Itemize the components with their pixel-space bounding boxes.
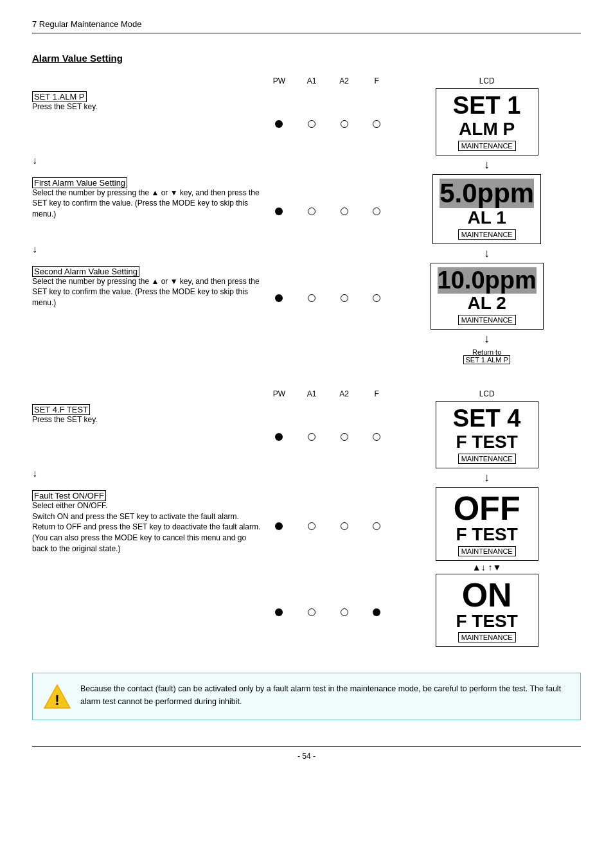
row2-pw: [263, 174, 296, 244]
lcd-maintenance: MAINTENANCE: [458, 315, 516, 325]
lcd-arrow-down: ↓: [393, 330, 581, 348]
dot-empty-icon: [308, 522, 315, 530]
dot-filled-icon: [275, 120, 283, 128]
arrow-desc: ↓: [32, 155, 263, 174]
table-row: Fault Test ON/OFF Select either ON/OFF.S…: [32, 487, 581, 561]
dot-empty-icon: [341, 433, 348, 441]
s2-row3-desc: [32, 574, 263, 648]
warning-triangle-icon: !: [43, 682, 71, 711]
dot-empty-icon: [373, 120, 380, 128]
lcd-line1: OFF: [443, 492, 531, 525]
table-row: SET 4.F TEST Press the SET key. SET 4 F …: [32, 401, 581, 468]
alarm-value-section: Alarm Value Setting PW A1 A2 F LCD SET 1…: [32, 53, 581, 364]
row1-lcd: SET 1 ALM P MAINTENANCE: [393, 88, 581, 155]
svg-text:!: !: [55, 692, 59, 708]
page-footer: - 54 -: [32, 746, 581, 761]
arrow-spacer: [263, 244, 393, 263]
caution-icon: !: [43, 682, 71, 711]
col-header-a1: A1: [296, 389, 328, 401]
table-header-row: PW A1 A2 F LCD: [32, 76, 581, 88]
s2-row3-pw: [263, 574, 296, 648]
col-header-lcd: LCD: [393, 76, 581, 88]
lcd-line1: 10.0ppm: [438, 267, 537, 294]
dot-filled-icon: [275, 522, 283, 530]
return-box: Return to SET 1.ALM P: [393, 348, 581, 364]
dot-empty-icon: [373, 208, 380, 215]
lcd-display: SET 4 F TEST MAINTENANCE: [436, 401, 538, 468]
lcd-line1: ON: [443, 578, 531, 612]
caution-box: ! Because the contact (fault) can be act…: [32, 673, 581, 720]
nav-desc: [32, 561, 263, 574]
page: 7 Regular Maintenance Mode Alarm Value S…: [0, 0, 613, 868]
s2-row2-a2: [328, 487, 360, 561]
lcd-line2: F TEST: [443, 612, 531, 632]
section-title: Alarm Value Setting: [32, 53, 581, 64]
return-label: SET 1.ALM P: [463, 355, 510, 364]
row1-desc: SET 1.ALM P Press the SET key.: [32, 88, 263, 155]
lcd-line2: AL 1: [440, 208, 534, 228]
lcd-arrow-down: ↓: [393, 155, 581, 174]
row3-subtext: Select the number by pressing the ▲ or ▼…: [32, 277, 260, 308]
lcd-display: ON F TEST MAINTENANCE: [436, 574, 538, 648]
down-arrow-icon: ↓: [32, 155, 263, 166]
row1-f: [360, 88, 393, 155]
down-arrow-icon: ↓: [32, 468, 263, 479]
s2-row1-subtext: Press the SET key.: [32, 415, 98, 424]
lcd-display: OFF F TEST MAINTENANCE: [436, 487, 538, 561]
s2-row1-a1: [296, 401, 328, 468]
col-header-desc: [32, 76, 263, 88]
lcd-line1: SET 4: [443, 405, 531, 432]
row3-lcd: 10.0ppm AL 2 MAINTENANCE: [393, 263, 581, 330]
s2-row1-pw: [263, 401, 296, 468]
header-text: 7 Regular Maintenance Mode: [32, 19, 142, 29]
s2-row2-subtext: Select either ON/OFF.Switch ON and press…: [32, 501, 260, 553]
arrow-row: ↓ ↓: [32, 468, 581, 487]
s2-row2-pw: [263, 487, 296, 561]
nav-spacer: [263, 561, 393, 574]
lcd-maintenance: MAINTENANCE: [458, 546, 516, 556]
s2-row3-a2: [328, 574, 360, 648]
arrow-lcd: ↓: [393, 155, 581, 174]
return-desc: [32, 330, 263, 364]
return-lcd: ↓ Return to SET 1.ALM P: [393, 330, 581, 364]
dot-filled-icon: [275, 433, 283, 441]
lcd-maintenance: MAINTENANCE: [458, 141, 516, 151]
row3-a1: [296, 263, 328, 330]
arrow-lcd: ↓: [393, 468, 581, 487]
dot-empty-icon: [373, 433, 380, 441]
dot-empty-icon: [373, 522, 380, 530]
row2-subtext: Select the number by pressing the ▲ or ▼…: [32, 188, 260, 219]
lcd-line2: F TEST: [443, 432, 531, 452]
s2-row2-desc: Fault Test ON/OFF Select either ON/OFF.S…: [32, 487, 263, 561]
row2-a2: [328, 174, 360, 244]
arrow-spacer: [263, 155, 393, 174]
lcd-maintenance: MAINTENANCE: [458, 632, 516, 642]
lcd-maintenance: MAINTENANCE: [458, 454, 516, 464]
arrow-desc: ↓: [32, 244, 263, 263]
dot-filled-icon: [275, 208, 283, 215]
fault-test-section: PW A1 A2 F LCD SET 4.F TEST Press the SE…: [32, 389, 581, 647]
row2-f: [360, 174, 393, 244]
nav-arrows: ▲↓ ↑▼: [393, 561, 581, 574]
arrow-row: ↓ ↓: [32, 155, 581, 174]
dot-empty-icon: [308, 608, 315, 616]
table-row: First Alarm Value Setting Select the num…: [32, 174, 581, 244]
fault-table: PW A1 A2 F LCD SET 4.F TEST Press the SE…: [32, 389, 581, 647]
dot-filled-icon: [275, 608, 283, 616]
row3-desc: Second Alarm Value Setting Select the nu…: [32, 263, 263, 330]
alarm-table: PW A1 A2 F LCD SET 1.ALM P Press the SET…: [32, 76, 581, 364]
col-header-a2: A2: [328, 76, 360, 88]
row1-label: SET 1.ALM P: [32, 91, 87, 102]
s2-row1-lcd: SET 4 F TEST MAINTENANCE: [393, 401, 581, 468]
col-header-a1: A1: [296, 76, 328, 88]
row1-subtext: Press the SET key.: [32, 102, 98, 111]
row3-label: Second Alarm Value Setting: [32, 266, 139, 277]
row2-a1: [296, 174, 328, 244]
dot-empty-icon: [308, 208, 315, 215]
lcd-arrow-down: ↓: [393, 468, 581, 487]
table-row: ON F TEST MAINTENANCE: [32, 574, 581, 648]
dot-empty-icon: [373, 294, 380, 302]
dot-empty-icon: [308, 120, 315, 128]
col-header-pw: PW: [263, 389, 296, 401]
lcd-line1: SET 1: [443, 93, 531, 120]
